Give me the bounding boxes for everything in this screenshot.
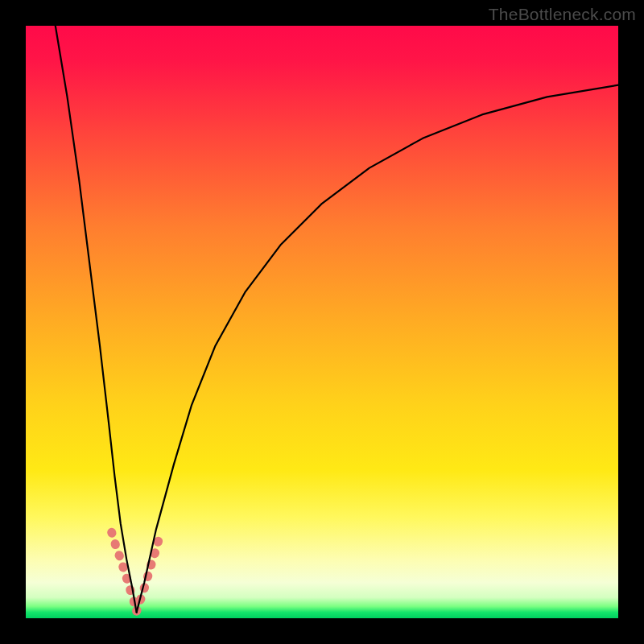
series-right-branch — [137, 85, 618, 613]
curves-svg — [26, 26, 618, 618]
watermark-text: TheBottleneck.com — [489, 5, 636, 24]
chart-frame: TheBottleneck.com — [0, 0, 644, 644]
line-group — [56, 26, 618, 613]
plot-area — [26, 26, 618, 618]
series-left-branch — [56, 26, 137, 613]
